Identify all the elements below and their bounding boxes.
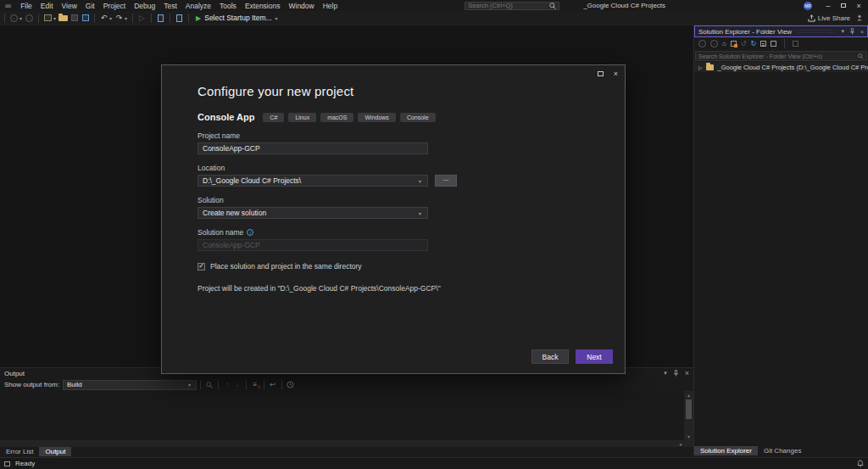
scroll-down-icon[interactable]: ▾ [687, 433, 690, 440]
next-button[interactable]: Next [576, 349, 613, 364]
navigate-forward-button[interactable]: → [24, 13, 35, 24]
menu-project[interactable]: Project [99, 2, 130, 10]
global-search[interactable] [465, 2, 559, 10]
toolbar-grip[interactable] [4, 14, 5, 23]
sync-icon[interactable]: ↺ [741, 40, 747, 47]
live-share-icon [808, 14, 815, 22]
se-forward-button[interactable]: → [710, 40, 718, 47]
project-name-input[interactable] [203, 144, 423, 153]
clock-icon[interactable] [286, 380, 296, 390]
minimize-button[interactable]: – [821, 0, 836, 11]
solution-name-input [203, 241, 423, 249]
same-directory-option[interactable]: ✓ Place solution and project in the same… [198, 262, 589, 271]
output-horizontal-scrollbar[interactable]: ▸ [0, 440, 684, 447]
save-button[interactable] [69, 13, 80, 24]
tab-output[interactable]: Output [39, 447, 71, 456]
scroll-up-icon[interactable]: ▴ [687, 391, 690, 399]
search-icon [549, 3, 556, 9]
same-directory-checkbox[interactable]: ✓ [198, 263, 205, 271]
close-button[interactable]: × [851, 0, 866, 11]
tag-csharp: C# [263, 113, 284, 122]
menu-file[interactable]: File [16, 2, 36, 10]
word-wrap-icon[interactable]: ↩ [268, 380, 278, 390]
undo-button[interactable]: ↶ [98, 13, 109, 24]
scroll-right-icon[interactable]: ▸ [680, 441, 682, 447]
restore-button[interactable] [836, 0, 851, 11]
feedback-button[interactable] [854, 13, 865, 24]
tab-solution-explorer[interactable]: Solution Explorer [694, 446, 758, 455]
properties-icon[interactable] [793, 41, 798, 47]
start-without-debugging-button[interactable]: ▷ [136, 13, 147, 24]
redo-button[interactable]: ↷ [114, 13, 125, 24]
menu-test[interactable]: Test [159, 2, 181, 10]
save-all-button[interactable] [80, 13, 91, 24]
open-folder-button[interactable] [58, 13, 69, 24]
expander-icon[interactable]: ▷ [698, 64, 703, 70]
tree-root-folder-row[interactable]: ▷ _Google Cloud C# Projects (D:\_Google … [694, 62, 868, 72]
pin-icon[interactable] [849, 28, 855, 35]
menu-window[interactable]: Window [284, 2, 318, 10]
select-startup-caret-icon[interactable]: ▾ [275, 15, 278, 21]
switch-views-icon[interactable] [731, 41, 737, 47]
back-button[interactable]: Back [531, 349, 569, 364]
menu-git[interactable]: Git [81, 2, 99, 10]
toolbar-separator [246, 380, 247, 389]
live-share-button[interactable]: Live Share [808, 14, 850, 22]
output-close-icon[interactable]: × [685, 369, 689, 377]
output-content[interactable]: ▴ ▾ ▸ [0, 391, 693, 447]
menu-extensions[interactable]: Extensions [241, 2, 285, 10]
show-all-files-icon[interactable] [771, 41, 776, 47]
collapse-all-icon[interactable] [760, 41, 766, 47]
account-avatar[interactable]: MR [804, 2, 812, 10]
window-position-caret-icon[interactable]: ▾ [664, 370, 667, 377]
refresh-icon[interactable]: ↻ [751, 40, 757, 47]
bottom-panel-tabs: Error List Output [0, 447, 693, 457]
menu-edit[interactable]: Edit [36, 2, 58, 10]
tag-linux: Linux [288, 113, 316, 122]
se-back-button[interactable]: ← [698, 40, 706, 47]
navigate-back-caret-icon[interactable]: ▾ [19, 15, 22, 21]
standard-toolbar: ← ▾ → ▾ ↶ ▾ ↷ ▾ ▷ ▶ Select Startup Item.… [0, 11, 868, 25]
document-outline-button[interactable] [155, 13, 166, 24]
pin-icon[interactable] [673, 370, 679, 377]
select-startup-item-button[interactable]: ▶ Select Startup Item... ▾ [192, 12, 283, 25]
previous-message-icon[interactable]: ↑ [222, 380, 232, 390]
output-source-dropdown[interactable]: Build ▾ [63, 380, 197, 390]
window-position-caret-icon[interactable]: ▾ [841, 28, 844, 35]
menu-debug[interactable]: Debug [130, 2, 159, 10]
solution-explorer-search[interactable] [695, 51, 867, 61]
solution-explorer-header[interactable]: Solution Explorer - Folder View ▾ × [694, 25, 868, 37]
preview-changes-button[interactable] [174, 13, 185, 24]
location-dropdown[interactable]: D:\_Google Cloud C# Projects\ ▾ [198, 175, 428, 187]
menu-view[interactable]: View [58, 2, 81, 10]
status-bar: Ready [0, 457, 868, 469]
undo-caret-icon[interactable]: ▾ [109, 15, 112, 21]
navigate-back-button[interactable]: ← [8, 13, 19, 24]
info-icon[interactable]: i [247, 229, 253, 236]
new-project-caret-icon[interactable]: ▾ [53, 15, 56, 21]
home-icon[interactable]: ⌂ [722, 40, 726, 47]
solution-dropdown[interactable]: Create new solution ▾ [198, 207, 428, 219]
output-vertical-scrollbar[interactable]: ▴ ▾ [684, 391, 693, 440]
browse-location-button[interactable]: ... [435, 175, 457, 187]
next-message-icon[interactable]: ↓ [232, 380, 242, 390]
redo-caret-icon[interactable]: ▾ [125, 15, 127, 21]
restore-icon [841, 3, 846, 8]
solution-explorer-close-icon[interactable]: × [860, 29, 864, 35]
dialog-close-button[interactable]: × [614, 70, 618, 78]
new-project-button[interactable] [42, 13, 53, 24]
global-search-input[interactable] [468, 2, 549, 9]
clear-all-icon[interactable]: ≡× [250, 380, 260, 390]
find-message-icon[interactable] [204, 380, 214, 390]
drag-grip-texture[interactable] [797, 29, 836, 34]
project-name-field[interactable] [198, 142, 428, 154]
dialog-maximize-button[interactable] [598, 71, 604, 76]
scrollbar-thumb[interactable] [686, 399, 692, 419]
tab-git-changes[interactable]: Git Changes [758, 446, 807, 455]
notifications-bell-icon[interactable] [857, 460, 864, 467]
tab-error-list[interactable]: Error List [0, 447, 39, 456]
menu-tools[interactable]: Tools [215, 2, 241, 10]
solution-explorer-search-input[interactable] [698, 53, 858, 59]
menu-help[interactable]: Help [319, 2, 342, 10]
menu-analyze[interactable]: Analyze [181, 2, 215, 10]
